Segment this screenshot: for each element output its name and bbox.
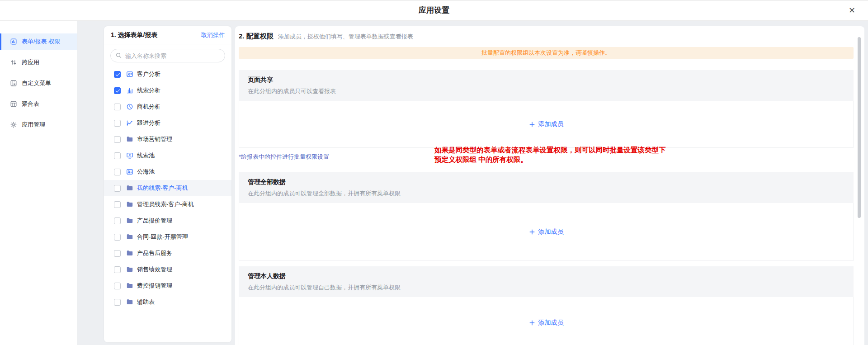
permission-panel-header: 2. 配置权限 添加成员，授权他们填写、管理表单数据或查看报表 <box>239 32 864 41</box>
plus-icon <box>529 229 535 235</box>
sidebar-item[interactable]: 应用管理 <box>0 117 77 133</box>
checkbox[interactable] <box>114 169 121 175</box>
form-list-item[interactable]: 市场营销管理 <box>104 131 231 147</box>
sidebar-item-label: 表单/报表 权限 <box>22 38 60 46</box>
plus-icon <box>529 121 535 128</box>
checkbox[interactable] <box>114 120 121 127</box>
folder-icon <box>126 298 133 306</box>
group-title: 页面共享 <box>248 76 844 84</box>
permission-group-header: 页面共享 在此分组内的成员只可以查看报表 <box>239 70 854 101</box>
form-item-label: 商机分析 <box>137 103 160 111</box>
form-item-label: 公海池 <box>137 168 155 176</box>
checkbox[interactable] <box>114 152 121 159</box>
form-item-label: 线索分析 <box>137 86 160 95</box>
form-panel-header: 1. 选择表单/报表 取消操作 <box>104 26 231 44</box>
form-list-item[interactable]: 费控报销管理 <box>104 278 231 294</box>
add-member-button[interactable]: 添加成员 <box>529 120 564 128</box>
form-list-item[interactable]: 线索池 <box>104 147 231 164</box>
permission-group-body: 添加成员 <box>239 203 854 261</box>
annotation-line1: 如果是同类型的表单或者流程表单设置权限，则可以同时批量设置该类型下 <box>434 145 666 155</box>
permission-group-body: 添加成员 <box>239 297 854 345</box>
checkbox[interactable] <box>114 299 121 306</box>
form-item-label: 费控报销管理 <box>137 282 172 290</box>
batch-permission-link[interactable]: *给报表中的控件进行批量权限设置 <box>239 153 329 161</box>
plus-icon <box>529 320 535 326</box>
form-item-label: 市场营销管理 <box>137 135 172 143</box>
form-list-item[interactable]: 辅助表 <box>104 294 231 310</box>
form-list-item[interactable]: 线索分析 <box>104 82 231 99</box>
page-title: 应用设置 <box>0 0 868 20</box>
form-list-item[interactable]: 我的线索-客户-商机 <box>104 180 231 196</box>
form-list-item[interactable]: 销售绩效管理 <box>104 261 231 278</box>
form-item-label: 产品报价管理 <box>137 217 172 225</box>
permission-group: 管理本人数据 在此分组内的成员可以管理自己数据，并拥有所有菜单权限 添加成员 <box>239 266 854 345</box>
annotation-note: 如果是同类型的表单或者流程表单设置权限，则可以同时批量设置该类型下 预定义权限组… <box>434 145 666 164</box>
checkbox[interactable] <box>114 217 121 224</box>
form-list-item[interactable]: 商机分析 <box>104 99 231 115</box>
monitor-user-icon <box>126 152 133 159</box>
cancel-operation-link[interactable]: 取消操作 <box>201 31 225 39</box>
sidebar-item[interactable]: 聚合表 <box>0 96 77 112</box>
group-description: 在此分组内的成员只可以查看报表 <box>248 87 844 95</box>
group-description: 在此分组内的成员可以管理全部数据，并拥有所有菜单权限 <box>248 189 844 198</box>
permission-group: 管理全部数据 在此分组内的成员可以管理全部数据，并拥有所有菜单权限 添加成员 <box>239 172 854 261</box>
folder-icon <box>126 184 133 192</box>
bar-chart-icon <box>126 87 133 94</box>
folder-icon <box>126 233 133 241</box>
form-list: 客户分析 线索分析 商机分析 跟进分析 市场营销管理 线索池 <box>104 62 231 310</box>
form-list-item[interactable]: 产品售后服务 <box>104 245 231 261</box>
checkbox[interactable] <box>114 136 121 143</box>
sidebar-item[interactable]: 自定义菜单 <box>0 75 77 91</box>
trend-icon <box>126 119 133 127</box>
contact-card-icon <box>126 71 133 78</box>
sidebar: 表单/报表 权限 跨应用 自定义菜单 聚合表 应用管理 <box>0 21 78 345</box>
add-member-button[interactable]: 添加成员 <box>529 228 564 236</box>
form-item-label: 合同-回款-开票管理 <box>137 233 188 241</box>
scrollbar-thumb[interactable] <box>858 37 861 218</box>
folder-icon <box>126 282 133 289</box>
form-item-label: 我的线索-客户-商机 <box>137 184 188 192</box>
gear-icon <box>10 121 17 128</box>
form-list-item[interactable]: 跟进分析 <box>104 115 231 131</box>
add-member-label: 添加成员 <box>538 228 564 236</box>
form-list-item[interactable]: 合同-回款-开票管理 <box>104 229 231 245</box>
form-item-label: 线索池 <box>137 151 155 160</box>
permission-panel: 2. 配置权限 添加成员，授权他们填写、管理表单数据或查看报表 批量配置的权限组… <box>235 26 864 345</box>
form-item-label: 客户分析 <box>137 70 160 78</box>
warning-banner: 批量配置的权限组以本次设置为准，请谨慎操作。 <box>239 47 854 59</box>
checkbox[interactable] <box>114 250 121 257</box>
checkbox[interactable] <box>114 283 121 289</box>
cross-app-icon <box>10 59 17 66</box>
sidebar-item[interactable]: 跨应用 <box>0 54 77 71</box>
add-member-button[interactable]: 添加成员 <box>529 319 564 327</box>
contact-card-icon <box>126 168 133 175</box>
checkbox[interactable] <box>114 266 121 273</box>
scrollbar[interactable] <box>858 31 861 345</box>
aggregate-table-icon <box>10 100 17 108</box>
form-item-label: 跟进分析 <box>137 119 160 127</box>
permission-group: 页面共享 在此分组内的成员只可以查看报表 添加成员 <box>239 70 854 148</box>
checkbox[interactable] <box>114 185 121 192</box>
checkbox[interactable] <box>114 104 121 110</box>
form-list-item[interactable]: 公海池 <box>104 164 231 180</box>
checkbox[interactable] <box>114 234 121 241</box>
permission-panel-title: 2. 配置权限 <box>239 32 274 41</box>
search-input[interactable] <box>110 49 225 62</box>
checkbox[interactable] <box>114 201 121 208</box>
sidebar-item-label: 聚合表 <box>22 100 39 108</box>
sidebar-item[interactable]: 表单/报表 权限 <box>0 33 77 50</box>
checkbox[interactable] <box>114 87 121 94</box>
form-list-item[interactable]: 管理员线索-客户-商机 <box>104 196 231 213</box>
add-member-label: 添加成员 <box>538 120 564 128</box>
form-list-item[interactable]: 产品报价管理 <box>104 213 231 229</box>
sidebar-item-label: 应用管理 <box>22 121 45 129</box>
permission-panel-subtitle: 添加成员，授权他们填写、管理表单数据或查看报表 <box>278 33 413 41</box>
checkbox[interactable] <box>114 71 121 78</box>
close-icon[interactable]: ✕ <box>849 6 855 15</box>
form-list-item[interactable]: 客户分析 <box>104 66 231 82</box>
folder-icon <box>126 266 133 273</box>
permission-group-header: 管理全部数据 在此分组内的成员可以管理全部数据，并拥有所有菜单权限 <box>239 172 854 203</box>
add-member-label: 添加成员 <box>538 319 564 327</box>
form-panel-title: 1. 选择表单/报表 <box>111 31 157 39</box>
form-item-label: 管理员线索-客户-商机 <box>137 200 194 208</box>
